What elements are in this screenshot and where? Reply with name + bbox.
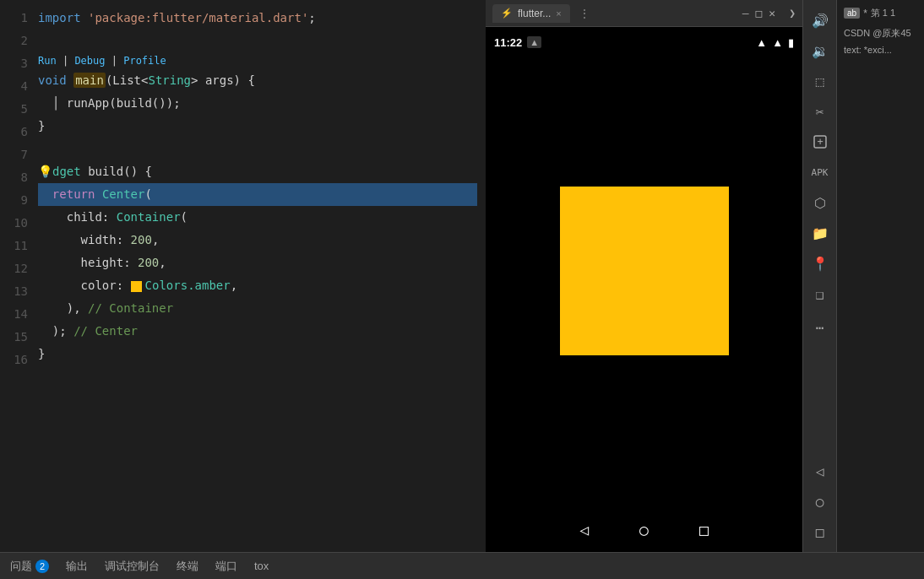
svg-text:+: + [817,136,823,148]
problems-tab[interactable]: 问题 2 [10,559,49,574]
layers-icon[interactable]: ❑ [807,280,834,307]
output-label: 输出 [66,559,88,574]
line-numbers: 1 2 3 4 5 6 7 8 9 10 11 12 13 14 15 16 [0,7,38,545]
right-sidebar: 🔊 🔉 ⬚ ✂ + APK ⬡ 📁 📍 ❑ … ◁ ○ □ [802,0,836,552]
signal-icon: ▲ [772,36,783,49]
close-button[interactable]: ✕ [769,7,775,19]
phone-panel: ⚡ flutter... × ⋮ — □ ✕ ❯ 11:22 ▲ ▲ ▲ ▮ [486,0,802,552]
tox-tab[interactable]: tox [254,560,269,572]
phone-indicator: ▲ [527,36,541,48]
debug-console-tab[interactable]: 调试控制台 [105,559,160,574]
port-tab[interactable]: 端口 [215,559,237,574]
code-lines: import 'package:flutter/material.dart'; … [38,7,486,545]
phone-screen [486,57,802,484]
cut-icon[interactable]: ✂ [807,98,834,125]
csdn-top: ab * 第 1 1 [844,7,917,19]
code-line-5: } [38,115,477,138]
code-editor: 1 2 3 4 5 6 7 8 9 10 11 12 13 14 15 16 i… [0,0,486,552]
flutter-tabbar: ⚡ flutter... × ⋮ — □ ✕ ❯ [486,0,802,27]
home-nav-icon[interactable]: ○ [807,488,834,515]
output-tab[interactable]: 输出 [66,559,88,574]
run-link[interactable]: Run [38,55,57,67]
maximize-button[interactable]: □ [756,7,763,19]
code-line-9: child: Container( [38,206,477,229]
problems-label: 问题 [10,559,32,574]
more-icon[interactable]: … [807,311,834,338]
back-nav-icon[interactable]: ◁ [807,457,834,484]
code-line-14: ); // Center [38,320,477,343]
code-line-6 [38,138,477,160]
volume-up-icon[interactable]: 🔊 [807,7,834,34]
bottom-bar: 问题 2 输出 调试控制台 终端 端口 tox [0,552,924,579]
code-line-16 [38,365,477,388]
amber-container [560,187,729,355]
problems-badge: 2 [35,560,49,573]
run-debug-profile: Run | Debug | Profile [38,52,477,69]
code-line-4: │ runApp(build()); [38,92,477,115]
code-content: 1 2 3 4 5 6 7 8 9 10 11 12 13 14 15 16 i… [0,0,486,552]
code-line-7: 💡dget build() { [38,160,477,183]
debug-link[interactable]: Debug [74,55,105,67]
folder-icon[interactable]: 📁 [807,219,834,246]
back-button[interactable]: ◁ [579,521,589,538]
screen-icon[interactable]: ⬚ [807,68,834,95]
status-icons: ▲ ▲ ▮ [756,36,794,49]
port-label: 端口 [215,559,237,574]
debug-console-label: 调试控制台 [105,559,160,574]
phone-bottom-nav: ◁ ○ □ [486,484,802,552]
settings-icon[interactable]: ⬡ [807,189,834,216]
home-button[interactable]: ○ [639,521,649,538]
code-line-3: void main(List<String> args) { [38,69,477,92]
code-line-1: import 'package:flutter/material.dart'; [38,7,477,30]
tab-close-icon[interactable]: × [556,8,561,19]
phone-time: 11:22 [494,36,522,49]
code-line-2 [38,30,477,52]
flutter-icon: ⚡ [501,8,513,19]
code-line-15: } [38,343,477,365]
recents-button[interactable]: □ [699,521,709,538]
tab-label: flutter... [518,8,551,19]
terminal-label: 终端 [177,559,198,574]
flutter-tab[interactable]: ⚡ flutter... × [492,4,570,23]
battery-icon: ▮ [788,36,794,49]
apk-icon[interactable]: APK [807,159,834,186]
profile-link[interactable]: Profile [123,55,166,67]
main-area: 1 2 3 4 5 6 7 8 9 10 11 12 13 14 15 16 i… [0,0,924,552]
location-icon[interactable]: 📍 [807,250,834,277]
csdn-line-indicator: 第 1 1 [871,7,895,19]
sidebar-toggle[interactable]: ❯ [789,7,796,19]
tox-label: tox [254,560,269,572]
code-line-13: ), // Container [38,297,477,320]
minimize-button[interactable]: — [742,7,749,19]
ab-badge: ab [844,8,860,19]
asterisk-icon: * [863,8,867,19]
volume-down-icon[interactable]: 🔉 [807,37,834,64]
recents-nav-icon[interactable]: □ [807,518,834,545]
code-line-12: color: Colors.amber, [38,274,477,297]
add-icon[interactable]: + [807,128,834,155]
code-line-10: width: 200, [38,229,477,252]
phone-statusbar: 11:22 ▲ ▲ ▲ ▮ [486,27,802,57]
code-line-11: height: 200, [38,252,477,274]
csdn-excerpt: text: *exci... [844,43,917,57]
code-line-8: return Center( [38,183,477,206]
csdn-author: CSDN @原来45 [844,26,917,40]
terminal-tab[interactable]: 终端 [177,559,198,574]
tab-menu-button[interactable]: ⋮ [573,7,595,20]
csdn-panel: ab * 第 1 1 CSDN @原来45 text: *exci... [836,0,924,552]
wifi-icon: ▲ [756,36,767,49]
